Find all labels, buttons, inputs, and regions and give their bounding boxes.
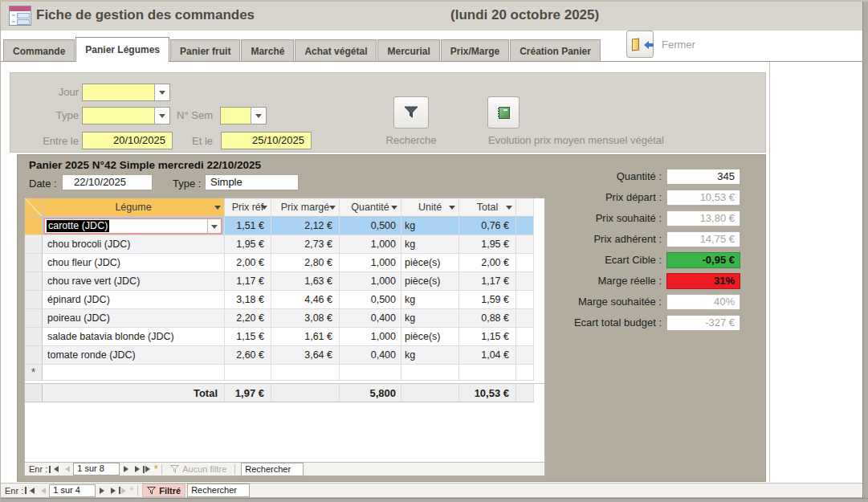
previous-record-button[interactable] <box>36 485 47 496</box>
row-selector[interactable] <box>25 328 43 346</box>
cell-unite[interactable]: kg <box>401 235 459 254</box>
new-record-selector[interactable]: * <box>25 365 43 381</box>
cell-quantite[interactable]: 1,000 <box>340 272 401 291</box>
summary-field-quantit[interactable]: 345 <box>666 169 740 185</box>
cell-total[interactable]: 1,95 € <box>459 235 516 254</box>
tab-panier-l-gumes[interactable]: Panier Légumes <box>75 37 169 62</box>
cell-prix-ref[interactable]: 3,18 € <box>225 291 271 309</box>
close-form-button[interactable] <box>626 31 654 58</box>
search-records-input[interactable]: Rechercher <box>241 463 304 476</box>
cell-quantite[interactable]: 1,000 <box>340 328 401 346</box>
cell-unite[interactable]: kg <box>401 309 459 328</box>
tab-panier-fruit[interactable]: Panier fruit <box>170 39 240 62</box>
panier-date-field[interactable]: 22/10/2025 <box>62 174 153 190</box>
cell-total[interactable]: 1,04 € <box>459 346 516 365</box>
cell-prix-marge[interactable]: 2,80 € <box>271 254 340 272</box>
search-records-input[interactable]: Rechercher <box>187 484 250 497</box>
cell-legume[interactable]: épinard (JDC) <box>43 291 225 309</box>
row-selector[interactable] <box>25 291 43 309</box>
legume-dropdown-icon[interactable] <box>207 219 221 233</box>
last-record-button[interactable] <box>134 464 145 475</box>
table-row[interactable]: chou brocoli (JDC) 1,95 € 2,73 € 1,000 k… <box>25 235 544 254</box>
filter-state-indicator[interactable]: Filtré <box>142 484 185 497</box>
new-record-row[interactable]: * <box>25 365 544 381</box>
cell-prix-ref[interactable]: 1,15 € <box>225 328 271 346</box>
row-selector[interactable] <box>25 272 43 291</box>
sort-filter-icon[interactable] <box>391 206 397 213</box>
cell-prix-ref[interactable]: 2,20 € <box>225 309 271 328</box>
table-row[interactable]: salade batavia blonde (JDC) 1,15 € 1,61 … <box>25 328 544 346</box>
summary-field-prix-souhait[interactable]: 13,80 € <box>666 210 740 227</box>
cell-prix-ref[interactable]: 1,17 € <box>225 272 271 291</box>
cell-prix-marge[interactable]: 2,73 € <box>271 235 340 254</box>
table-row[interactable]: chou fleur (JDC) 2,00 € 2,80 € 1,000 piè… <box>25 254 544 272</box>
column-header-unite[interactable]: Unité <box>401 198 459 217</box>
cell-total[interactable]: 1,17 € <box>459 272 516 291</box>
jour-dropdown-icon[interactable] <box>154 84 169 100</box>
cell-legume[interactable]: salade batavia blonde (JDC) <box>43 328 225 346</box>
cell-prix-ref[interactable]: 2,00 € <box>225 254 271 272</box>
sem-combobox[interactable] <box>220 107 267 124</box>
panier-type-field[interactable]: Simple <box>205 174 299 190</box>
cell-total[interactable]: 0,88 € <box>459 309 516 328</box>
datasheet-corner-cell[interactable] <box>25 198 43 217</box>
cell-legume[interactable]: chou fleur (JDC) <box>43 254 225 272</box>
summary-field-marge-r-elle[interactable]: 31% <box>666 273 740 289</box>
cell-legume[interactable]: chou rave vert (JDC) <box>43 272 225 291</box>
date-to-field[interactable]: 25/10/2025 <box>221 132 312 149</box>
new-record-button[interactable]: * <box>146 464 157 475</box>
cell-quantite[interactable]: 0,400 <box>340 309 401 328</box>
tab-mercurial[interactable]: Mercurial <box>377 39 439 62</box>
previous-record-button[interactable] <box>60 464 71 475</box>
row-selector[interactable] <box>25 309 43 328</box>
first-record-button[interactable] <box>24 485 35 496</box>
new-record-button[interactable]: * <box>122 485 132 496</box>
cell-prix-marge[interactable]: 1,63 € <box>271 272 340 291</box>
cell-prix-marge[interactable]: 1,61 € <box>271 328 340 346</box>
tab-cr-ation-panier[interactable]: Création Panier <box>510 39 601 62</box>
cell-prix-marge[interactable]: 3,08 € <box>271 309 340 328</box>
record-position[interactable]: 1 sur 8 <box>73 463 120 475</box>
table-row[interactable]: carotte (JDC) 1,51 € 2,12 € 0,500 kg 0,7… <box>25 217 544 235</box>
sort-filter-icon[interactable] <box>449 206 455 213</box>
tab-achat-v-g-tal[interactable]: Achat végétal <box>295 39 377 62</box>
recherche-button[interactable] <box>393 96 429 129</box>
column-header-prix-ref[interactable]: Prix réf <box>225 198 271 217</box>
summary-field-ecart-total-budget[interactable]: -327 € <box>666 315 740 331</box>
summary-field-prix-adh-rent[interactable]: 14,75 € <box>666 231 740 247</box>
last-record-button[interactable] <box>110 485 120 496</box>
summary-field-ecart-cible[interactable]: -0,95 € <box>666 252 740 268</box>
cell-quantite[interactable]: 0,500 <box>340 291 401 309</box>
cell-total[interactable]: 1,59 € <box>459 291 516 309</box>
summary-field-prix-d-part[interactable]: 10,53 € <box>666 190 740 206</box>
row-selector[interactable] <box>25 254 43 272</box>
tab-march-[interactable]: Marché <box>241 39 294 62</box>
cell-total[interactable]: 1,15 € <box>459 328 516 346</box>
cell-legume[interactable]: chou brocoli (JDC) <box>43 235 225 254</box>
cell-total[interactable]: 2,00 € <box>459 254 516 272</box>
cell-unite[interactable]: pièce(s) <box>401 328 459 346</box>
table-row[interactable]: chou rave vert (JDC) 1,17 € 1,63 € 1,000… <box>25 272 544 291</box>
cell-prix-marge[interactable]: 3,64 € <box>271 346 340 365</box>
first-record-button[interactable] <box>48 464 59 475</box>
column-header-quantite[interactable]: Quantité <box>340 198 401 217</box>
sort-filter-icon[interactable] <box>261 206 267 213</box>
next-record-button[interactable] <box>122 464 132 475</box>
jour-combobox[interactable] <box>82 84 170 101</box>
row-selector[interactable] <box>25 346 43 365</box>
summary-field-marge-souhait-e[interactable]: 40% <box>666 294 740 310</box>
table-row[interactable]: tomate ronde (JDC) 2,60 € 3,64 € 0,400 k… <box>25 346 544 365</box>
cell-prix-marge[interactable]: 4,46 € <box>271 291 340 309</box>
cell-unite[interactable]: pièce(s) <box>401 272 459 291</box>
cell-unite[interactable]: kg <box>401 291 459 309</box>
cell-legume[interactable]: poireau (JDC) <box>43 309 225 328</box>
filter-state-indicator[interactable]: Aucun filtre <box>166 463 230 475</box>
cell-total[interactable]: 0,76 € <box>459 217 516 235</box>
cell-quantite[interactable]: 0,500 <box>340 217 401 235</box>
cell-prix-ref[interactable]: 1,95 € <box>225 235 271 254</box>
cell-unite[interactable]: kg <box>401 346 459 365</box>
sem-dropdown-icon[interactable] <box>251 108 266 124</box>
cell-unite[interactable]: pièce(s) <box>401 254 459 272</box>
row-selector[interactable] <box>25 217 43 235</box>
column-header-total[interactable]: Total <box>459 198 516 217</box>
